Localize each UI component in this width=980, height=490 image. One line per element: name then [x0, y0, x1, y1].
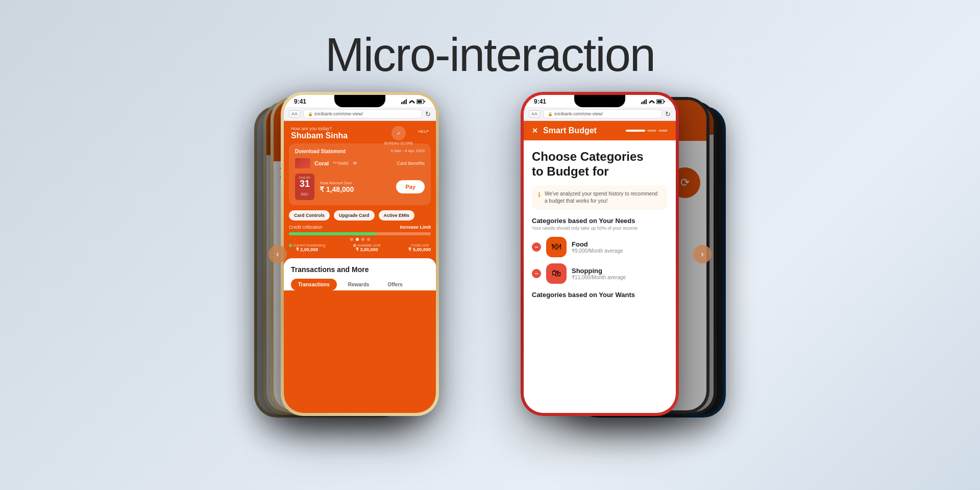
right-food-item: − 🍽 Food ₹9,000/Month average: [532, 237, 668, 257]
left-help[interactable]: HELP: [418, 129, 429, 134]
right-food-icon: 🍽: [546, 237, 567, 257]
page-title: Micro-interaction: [0, 0, 980, 82]
svg-rect-0: [401, 102, 402, 104]
right-budget-content: Choose Categoriesto Budget for ℹ We've a…: [524, 140, 676, 308]
right-shopping-amount: ₹11,000/Month average: [572, 275, 626, 280]
left-outstanding-label: Current Outstanding: [293, 243, 325, 247]
left-stmt-date: 6 Mar - 6 Apr 2023: [391, 149, 425, 154]
left-tab-rewards[interactable]: Rewards: [341, 279, 377, 290]
right-info-text: We've analyzed your spend history to rec…: [545, 190, 662, 205]
left-upgrade-btn[interactable]: Upgrade Card: [334, 210, 375, 220]
left-card-number: ***9485: [333, 161, 349, 166]
left-credit-section: Credit Limit ₹ 5,00,000: [408, 243, 431, 252]
right-smart-budget-header: ✕ Smart Budget: [524, 121, 676, 140]
left-bureau-score: BUREAU SCORE: [384, 141, 413, 145]
right-food-remove[interactable]: −: [532, 242, 541, 252]
right-back-arrow[interactable]: ›: [693, 245, 712, 263]
right-info-icon: ℹ: [538, 191, 541, 199]
left-url: icicibank.com/one-view/: [314, 111, 363, 116]
svg-rect-9: [644, 100, 645, 104]
left-browser-bar: AA 🔒 icicibank.com/one-view/ ↻: [284, 107, 436, 121]
left-pay-button[interactable]: Pay: [396, 180, 425, 193]
left-outstanding-val: ₹ 2,00,000: [289, 247, 325, 252]
left-font-label: AA: [289, 110, 300, 117]
svg-rect-8: [643, 101, 644, 104]
right-lock-icon: 🔒: [548, 112, 553, 116]
right-smart-budget-title: Smart Budget: [543, 126, 621, 135]
right-needs-title: Categories based on Your Needs: [532, 217, 668, 225]
right-progress-pills: [626, 130, 668, 132]
right-shopping-details: Shopping ₹11,000/Month average: [572, 267, 626, 280]
left-credit-label: Credit Limit: [408, 243, 431, 247]
right-food-name: Food: [572, 240, 623, 248]
left-credit-util: Credit Utilization Increase Limit: [284, 223, 436, 254]
right-food-amount: ₹9,000/Month average: [572, 248, 623, 254]
left-dl-statement[interactable]: Download Statement: [295, 149, 346, 154]
right-phone-main: 9:41 AA 🔒 icicibank.com/one-view/ ↻: [521, 92, 679, 416]
right-shopping-icon: 🛍: [546, 263, 567, 284]
right-shopping-item: − 🛍 Shopping ₹11,000/Month average: [532, 263, 668, 284]
left-increase-limit[interactable]: Increase Limit: [400, 225, 431, 230]
left-avail-val: ₹ 3,00,000: [353, 247, 380, 252]
right-url: icicibank.com/one-view/: [554, 111, 603, 116]
left-card-name: Coral: [314, 160, 329, 166]
left-util-label: Credit Utilization: [289, 225, 323, 230]
left-avail-label: Available Limit: [357, 243, 380, 247]
left-available-section: Available Limit ₹ 3,00,000: [353, 243, 380, 252]
left-tab-offers[interactable]: Offers: [380, 279, 409, 290]
svg-rect-10: [646, 99, 647, 104]
left-back-arrow[interactable]: ‹: [268, 245, 287, 263]
svg-rect-5: [418, 101, 422, 103]
right-close-btn[interactable]: ✕: [532, 127, 538, 135]
left-white-section: Transactions and More Transactions Rewar…: [284, 258, 436, 290]
left-notch: [334, 95, 385, 107]
right-refresh-icon[interactable]: ↻: [665, 110, 671, 118]
left-emi-btn[interactable]: Active EMIs: [379, 210, 415, 220]
right-shopping-name: Shopping: [572, 267, 626, 275]
right-status-time: 9:41: [534, 98, 546, 105]
right-font-label: AA: [529, 110, 540, 117]
phones-container: Sp T In ‹ 9: [0, 92, 980, 429]
left-statement-card: Download Statement 6 Mar - 6 Apr 2023 Co…: [289, 143, 431, 205]
left-phone-cluster: Sp T In ‹ 9: [276, 92, 464, 429]
left-card-benefits[interactable]: Card Benefits: [397, 161, 425, 166]
left-due-amount: Total Amount Due ₹ 1,48,000: [320, 181, 391, 193]
right-choose-title: Choose Categoriesto Budget for: [532, 150, 668, 179]
svg-rect-13: [664, 101, 665, 103]
left-mini-card: [295, 158, 310, 168]
right-info-box: ℹ We've analyzed your spend history to r…: [532, 185, 668, 210]
left-due-day: 31: [299, 179, 311, 188]
svg-rect-7: [641, 102, 642, 104]
left-transactions-title: Transactions and More: [291, 265, 429, 274]
left-total-label: Total Amount Due: [320, 181, 391, 185]
left-credit-val: ₹ 5,00,000: [408, 247, 431, 252]
svg-rect-6: [424, 101, 425, 103]
svg-rect-2: [404, 100, 405, 104]
left-due-month: DEC: [301, 192, 309, 196]
right-notch: [574, 95, 625, 107]
svg-rect-3: [406, 99, 407, 104]
right-browser-bar: AA 🔒 icicibank.com/one-view/ ↻: [524, 107, 676, 121]
left-refresh-icon[interactable]: ↻: [425, 110, 431, 118]
left-tab-transactions[interactable]: Transactions: [291, 279, 337, 290]
right-food-details: Food ₹9,000/Month average: [572, 240, 623, 254]
left-phone-main: 9:41 AA 🔒 icicibank.com/one-view/ ↻: [281, 92, 439, 416]
left-outstanding-section: Current Outstanding ₹ 2,00,000: [289, 243, 325, 252]
svg-rect-12: [657, 101, 662, 103]
right-shopping-remove[interactable]: −: [532, 269, 541, 278]
right-needs-subtitle: Your needs should only take up 50% of yo…: [532, 226, 668, 231]
left-action-buttons: Card Controls Upgrade Card Active EMIs: [284, 208, 436, 223]
left-eye-icon[interactable]: 👁: [353, 161, 357, 166]
svg-rect-1: [403, 101, 404, 104]
right-phone-cluster: 5 ✓ limit 0 ⟳ ›: [516, 92, 704, 429]
left-total-amount: ₹ 1,48,000: [320, 185, 391, 193]
left-lock-icon: 🔒: [308, 112, 313, 116]
left-status-time: 9:41: [294, 98, 306, 105]
left-screen-content: How are you today? Shubam Sinha ✓ BUREAU…: [284, 121, 436, 413]
left-card-controls-btn[interactable]: Card Controls: [289, 210, 330, 220]
right-wants-title: Categories based on Your Wants: [532, 291, 668, 299]
left-due-date-box: DUE BY 31 DEC: [295, 174, 314, 200]
